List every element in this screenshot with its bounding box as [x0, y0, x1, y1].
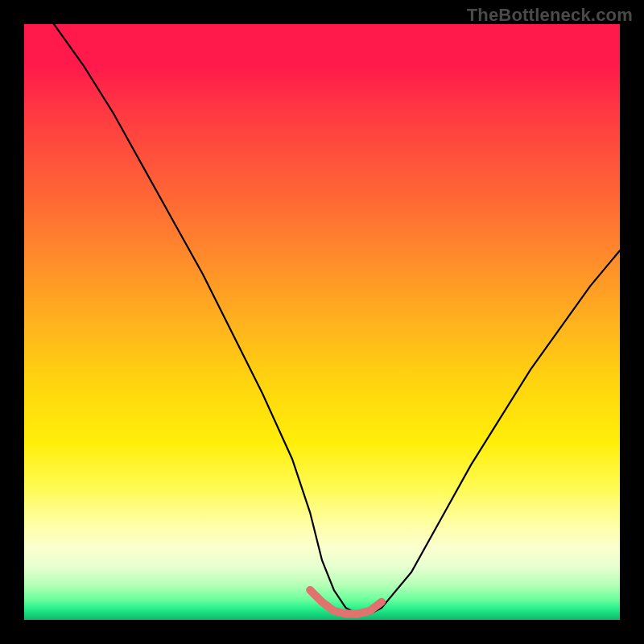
bottleneck-curve	[54, 24, 620, 614]
chart-frame: TheBottleneck.com	[0, 0, 644, 644]
plot-area	[24, 24, 620, 620]
trough-highlight	[310, 590, 382, 614]
curve-layer	[24, 24, 620, 620]
watermark-text: TheBottleneck.com	[467, 5, 633, 26]
